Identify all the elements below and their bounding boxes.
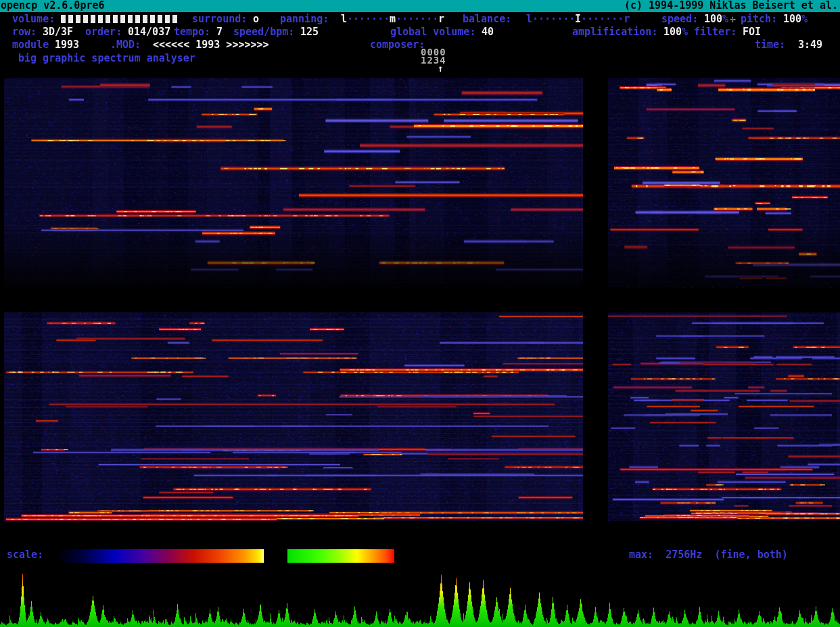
row-value: 3D/3F — [43, 26, 73, 38]
volume-block — [61, 15, 66, 23]
balance-label: balance: — [463, 14, 511, 25]
surround-value: o — [253, 14, 259, 25]
speed-value: 100 — [704, 14, 722, 25]
balance-track-left: l······· — [526, 14, 575, 25]
panning-left-marker: l — [341, 14, 347, 25]
tempo-value: 7 — [216, 26, 223, 38]
visualization-canvas — [0, 0, 840, 627]
volume-block — [98, 15, 103, 23]
filter-label: filter: — [694, 26, 737, 38]
volume-block — [158, 15, 162, 23]
copyright-text: (c) 1994-1999 Niklas Beisert et al. — [624, 0, 838, 12]
global-volume-value: 40 — [482, 26, 494, 38]
scale-label: scale: — [7, 549, 43, 561]
volume-block — [68, 15, 73, 23]
amplification-value: 100 — [663, 26, 682, 38]
time-label: time: — [755, 39, 785, 51]
volume-block — [128, 15, 133, 23]
balance-track-right: ·······r — [581, 14, 630, 25]
bpm-label: speed/bpm: — [233, 26, 294, 38]
channel-cursor-icon: ↑ — [438, 64, 444, 72]
volume-block — [120, 15, 125, 23]
pitch-value: 100 — [783, 14, 801, 25]
title-bar: opencp v2.6.0pre6 (c) 1994-1999 Niklas B… — [0, 0, 840, 12]
balance-indicator: I — [575, 14, 581, 25]
volume-block — [83, 15, 88, 23]
speed-label: speed: — [661, 14, 698, 25]
volume-label: volume: — [12, 14, 55, 25]
amplification-percent: % — [682, 26, 688, 38]
speed-pitch-link-icon: ✛ — [730, 14, 736, 25]
bpm-value: 125 — [300, 26, 319, 38]
composer-label: composer: — [370, 39, 425, 51]
app-title: opencp v2.6.0pre6 — [1, 0, 105, 12]
volume-block — [143, 15, 147, 23]
tempo-label: tempo: — [174, 26, 210, 38]
opencp-window: opencp v2.6.0pre6 (c) 1994-1999 Niklas B… — [0, 0, 840, 627]
module-ext-label: .MOD: — [110, 39, 141, 51]
volume-block — [76, 15, 80, 23]
order-value: 014/037 — [128, 26, 170, 38]
volume-block — [135, 15, 140, 23]
volume-block — [165, 15, 170, 23]
module-name: 1993 — [55, 39, 79, 51]
panning-right-marker: r — [438, 14, 444, 25]
volume-block — [106, 15, 110, 23]
panning-mid-marker: m — [390, 14, 396, 25]
pitch-label: pitch: — [741, 14, 777, 25]
module-label: module — [12, 39, 49, 51]
panning-label: panning: — [280, 14, 329, 25]
volume-meter — [61, 15, 180, 23]
max-frequency-text: max: 2756Hz (fine, both) — [629, 549, 788, 561]
module-title: <<<<<< 1993 >>>>>>> — [153, 39, 269, 51]
speed-percent: % — [722, 14, 728, 25]
spectrogram-scale-gradient — [57, 549, 264, 563]
row-label: row: — [12, 26, 37, 38]
order-label: order: — [85, 26, 122, 38]
panning-dots-left: ······· — [347, 14, 390, 25]
analyzer-scale-gradient — [287, 549, 394, 563]
volume-block — [113, 15, 118, 23]
volume-block — [91, 15, 95, 23]
pitch-percent: % — [801, 14, 808, 25]
surround-label: surround: — [192, 14, 247, 25]
volume-block — [150, 15, 155, 23]
volume-block — [172, 15, 177, 23]
panning-dots-right: ······· — [396, 14, 438, 25]
mode-title: big graphic spectrum analyser — [18, 53, 195, 64]
amplification-label: amplification: — [572, 26, 657, 38]
global-volume-label: global volume: — [390, 26, 475, 38]
filter-value: FOI — [743, 26, 761, 38]
time-value: 3:49 — [798, 39, 822, 51]
